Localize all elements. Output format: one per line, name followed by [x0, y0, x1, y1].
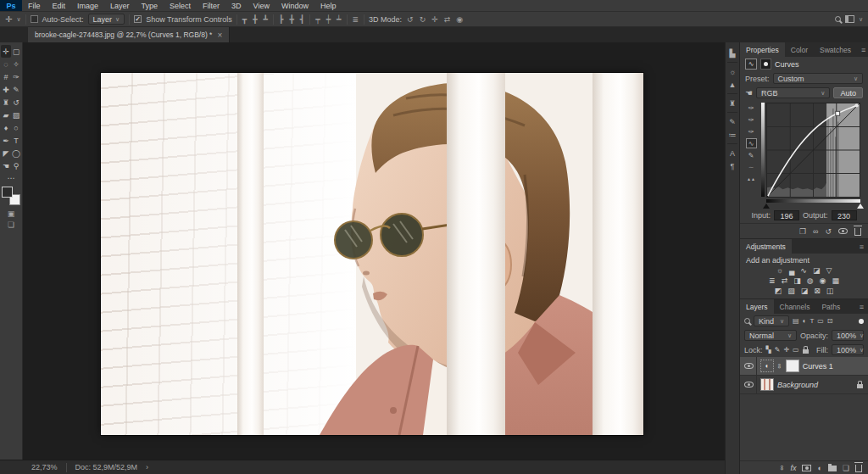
tab-adjustments[interactable]: Adjustments [740, 239, 792, 254]
link-layers-icon[interactable]: ∞ [778, 466, 786, 471]
tab-layers[interactable]: Layers [740, 299, 774, 314]
add-layer-mask-icon[interactable] [802, 465, 811, 471]
dodge-tool[interactable]: ○ [11, 121, 21, 134]
photo-filter-icon[interactable]: ◍ [807, 276, 814, 285]
brush-tool[interactable]: ✎ [11, 83, 21, 96]
edit-points-icon[interactable]: ∿ [746, 138, 757, 148]
align-left-edges-icon[interactable]: ┣ [278, 15, 284, 24]
hue-saturation-icon[interactable]: ≣ [769, 276, 776, 285]
smooth-curve-icon[interactable]: ∼ [746, 162, 757, 172]
lock-artboard-icon[interactable]: ▭ [793, 346, 799, 354]
eye-icon[interactable] [744, 382, 754, 388]
styles-panel-icon[interactable]: ▲ [726, 78, 739, 91]
clone-stamp-tool[interactable]: ♜ [1, 96, 11, 109]
hand-tool[interactable]: ☚ [1, 159, 11, 172]
align-right-edges-icon[interactable]: ┫ [299, 15, 305, 24]
adjustments-panel-icon[interactable]: ☼ [726, 65, 739, 78]
curves-icon[interactable]: ∿ [800, 266, 807, 275]
view-previous-state-icon[interactable]: ∞ [813, 227, 818, 236]
align-vertical-centers-icon[interactable]: ╋ [252, 15, 258, 24]
new-adjustment-layer-icon[interactable]: ◐ [817, 464, 821, 472]
workspace-chevron-icon[interactable]: ∨ [859, 16, 863, 23]
3d-roll-icon[interactable]: ↻ [419, 15, 427, 24]
tab-swatches[interactable]: Swatches [814, 42, 857, 57]
layer-visibility-cell[interactable] [742, 376, 757, 393]
posterize-icon[interactable]: ▨ [787, 287, 795, 295]
layer-style-fx-icon[interactable]: fx [790, 464, 796, 472]
tool-preset-chevron-icon[interactable]: ∨ [16, 16, 20, 23]
delete-adjustment-trash-icon[interactable] [854, 228, 861, 236]
brush-settings-panel-icon[interactable]: ✎ [726, 115, 739, 128]
filter-toggle-icon[interactable] [859, 319, 864, 324]
draw-curve-pencil-icon[interactable]: ✎ [746, 150, 757, 160]
mask-link-icon[interactable]: ∞ [776, 364, 783, 369]
history-brush-tool[interactable]: ↺ [11, 96, 21, 109]
layer-name[interactable]: Background [777, 381, 818, 389]
background-layer-thumbnail[interactable] [760, 378, 774, 391]
clip-to-layer-icon[interactable]: ❐ [799, 227, 806, 236]
document-tab[interactable]: brooke-cagle-274483.jpg @ 22,7% (Curves … [28, 27, 230, 42]
auto-button[interactable]: Auto [833, 87, 863, 98]
panel-menu-icon[interactable]: ≡ [855, 299, 868, 314]
distribute-top-icon[interactable]: ┯ [314, 15, 320, 24]
close-icon[interactable]: × [217, 31, 222, 40]
layer-mask-thumbnail[interactable] [786, 360, 799, 372]
photo-canvas[interactable] [101, 73, 643, 435]
clone-source-panel-icon[interactable]: ♜ [726, 97, 739, 109]
targeted-adjustment-icon[interactable]: ☚ [745, 89, 753, 98]
quick-mask-icon[interactable]: ▣ [0, 209, 22, 220]
menu-3d[interactable]: 3D [225, 0, 248, 11]
brightness-contrast-icon[interactable]: ☼ [776, 266, 783, 275]
shape-tool[interactable]: ◯ [11, 147, 21, 159]
panel-menu-icon[interactable]: ≡ [857, 42, 868, 57]
lock-image-pixels-icon[interactable]: ✎ [775, 346, 781, 354]
layer-name[interactable]: Curves 1 [803, 362, 833, 371]
menu-view[interactable]: View [248, 0, 275, 11]
layer-visibility-cell[interactable] [742, 357, 757, 375]
selective-color-icon[interactable]: ◫ [826, 287, 834, 295]
menu-help[interactable]: Help [314, 0, 342, 11]
eye-icon[interactable] [744, 363, 754, 369]
3d-slide-icon[interactable]: ⇄ [443, 15, 452, 24]
channel-dropdown[interactable]: RGB ∨ [756, 87, 831, 98]
input-value-field[interactable]: 196 [774, 210, 799, 220]
marquee-tool[interactable]: ▢ [11, 45, 21, 58]
menu-layer[interactable]: Layer [104, 0, 136, 11]
layer-mask-target-icon[interactable] [760, 59, 771, 70]
vibrance-icon[interactable]: ▽ [826, 266, 832, 275]
layer-row-curves[interactable]: ◐ ∞ Curves 1 [740, 357, 868, 376]
fill-dropdown[interactable]: 100% ∨ [832, 344, 864, 355]
tab-color[interactable]: Color [785, 42, 814, 57]
search-icon[interactable] [835, 16, 841, 22]
filter-smart-objects-icon[interactable]: ⊡ [827, 317, 833, 325]
gradient-tool[interactable]: ▨ [11, 109, 21, 121]
opacity-dropdown[interactable]: 100% ∨ [832, 330, 864, 341]
menu-file[interactable]: File [22, 0, 47, 11]
foreground-color-swatch[interactable] [2, 187, 13, 198]
output-value-field[interactable]: 230 [832, 210, 857, 220]
menu-select[interactable]: Select [164, 0, 197, 11]
zoom-tool[interactable]: ⚲ [11, 159, 21, 172]
panel-menu-icon[interactable]: ≡ [855, 239, 868, 254]
curves-layer-thumbnail[interactable]: ◐ [760, 360, 774, 372]
filter-kind-dropdown[interactable]: Kind ∨ [754, 315, 789, 326]
distribute-bottom-icon[interactable]: ┷ [336, 15, 342, 24]
workspace-switcher-icon[interactable] [845, 15, 854, 23]
brush-presets-panel-icon[interactable]: ≔ [726, 128, 739, 141]
lock-all-icon[interactable] [803, 349, 809, 354]
eyedropper-tool[interactable]: ✑ [11, 70, 21, 83]
align-horizontal-centers-icon[interactable]: ╋ [288, 15, 294, 24]
menu-edit[interactable]: Edit [47, 0, 72, 11]
black-white-icon[interactable]: ◨ [793, 276, 801, 285]
type-tool[interactable]: T [11, 134, 21, 147]
move-tool[interactable]: ✛ [1, 45, 11, 58]
reset-adjustment-icon[interactable]: ↺ [825, 227, 832, 236]
white-point-eyedropper-icon[interactable]: ✑ [746, 103, 757, 113]
color-balance-icon[interactable]: ⇄ [782, 276, 788, 285]
edit-toolbar-icon[interactable]: ⋯ [0, 174, 22, 182]
black-point-slider[interactable] [763, 204, 770, 209]
path-selection-tool[interactable]: ◤ [1, 147, 11, 159]
filter-type-layers-icon[interactable]: T [810, 317, 814, 325]
black-point-eyedropper-icon[interactable]: ✑ [746, 126, 757, 137]
blur-tool[interactable]: ♦ [1, 121, 11, 134]
